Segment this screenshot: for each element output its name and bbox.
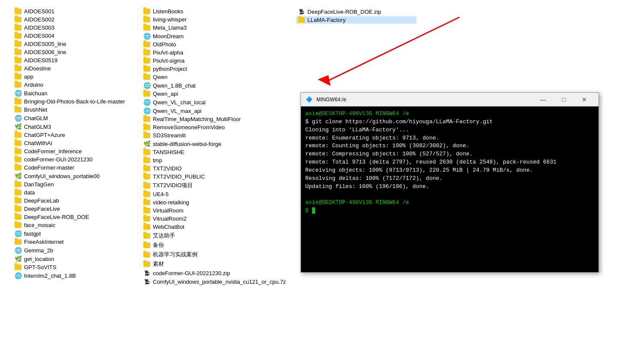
list-item[interactable]: AIDOES0519: [13, 57, 133, 64]
list-item[interactable]: DeepFaceLive-ROB_DOE: [13, 213, 133, 221]
list-item[interactable]: codeFormer-GUI-20221230: [13, 156, 133, 163]
zip-icon: 🗜: [143, 278, 150, 285]
list-item[interactable]: 🌐Baichuan: [13, 89, 133, 97]
list-item[interactable]: SD3Streamlit: [142, 132, 288, 139]
file-name: SD3Streamlit: [153, 132, 186, 139]
list-item[interactable]: GPT-SoVITS: [13, 264, 133, 271]
list-item[interactable]: face_mosaic: [13, 221, 133, 229]
file-name: AiDoesline: [24, 65, 51, 72]
terminal-line: axie@DESKTOP-496V13G MINGW64 /e: [305, 110, 594, 118]
list-item[interactable]: VitrualRoom2: [142, 215, 288, 222]
list-item[interactable]: TXT2VIDIO_PUBLIC: [142, 173, 288, 180]
list-item[interactable]: CodeFormer_Inference: [13, 148, 133, 155]
list-item[interactable]: ChatGPT+Azure: [13, 131, 133, 139]
list-item[interactable]: 🌐InternIm2_chat_1.8B: [13, 272, 133, 279]
list-item[interactable]: 🗜ComfyUI_windows_portable_nvidia_cu121_o…: [142, 278, 288, 285]
file-name: Qwen_VL_chat_local: [153, 99, 206, 106]
list-item[interactable]: PixArt-alpha: [142, 49, 288, 56]
list-item[interactable]: DeepFaceLab: [13, 197, 133, 204]
folder-icon: [143, 252, 150, 258]
terminal-window[interactable]: 🔷 MINGW64:/e — □ ✕ axie@DESKTOP-496V13G …: [301, 92, 599, 273]
list-item[interactable]: 🗜codeFormer-GUI-20221230.zip: [142, 269, 288, 277]
list-item[interactable]: AIDOES006_line: [13, 49, 133, 56]
list-item[interactable]: AiDoesline: [13, 65, 133, 72]
folder-icon: [15, 140, 21, 146]
file-name: ComfyUI_windows_portable_nvidia_cu121_or…: [153, 279, 286, 285]
list-item[interactable]: pythonProject: [142, 65, 288, 73]
terminal-line: remote: Enumerating objects: 9713, done.: [305, 134, 594, 143]
list-item[interactable]: 备份: [142, 241, 288, 249]
file-name: app: [24, 73, 33, 80]
maximize-button[interactable]: □: [554, 93, 574, 106]
file-name: VirtualRoom: [153, 207, 183, 214]
list-item[interactable]: video-retalking: [142, 199, 288, 206]
list-item[interactable]: Arduino: [13, 81, 133, 88]
minimize-button[interactable]: —: [533, 93, 553, 106]
list-item[interactable]: AIDOES001: [13, 8, 133, 15]
list-item[interactable]: WebChatBot: [142, 223, 288, 231]
list-item[interactable]: FreeAskInternet: [13, 238, 133, 246]
list-item[interactable]: data: [13, 189, 133, 196]
close-button[interactable]: ✕: [574, 93, 594, 106]
folder-icon: [15, 41, 21, 47]
list-item[interactable]: Qwen: [142, 73, 288, 81]
list-item[interactable]: AIDOES003: [13, 24, 133, 31]
file-name: OldPhoto: [153, 41, 176, 48]
list-item[interactable]: 🌐Qwen_1.8B_chat: [142, 82, 288, 89]
file-name: 艾达助手: [153, 232, 175, 240]
list-item[interactable]: 素材: [142, 260, 288, 268]
list-item[interactable]: AIDOES002: [13, 16, 133, 23]
list-item[interactable]: OldPhoto: [142, 41, 288, 48]
list-item[interactable]: 🌐Qwen_VL_max_api: [142, 107, 288, 115]
list-item[interactable]: Qwen_api: [142, 90, 288, 97]
file-column-2: ListenBooksliving-whisperMeta_Llama3🌐Moo…: [142, 8, 296, 350]
folder-icon: [15, 17, 21, 22]
list-item[interactable]: DanTagGen: [13, 181, 133, 188]
list-item[interactable]: 🌐ChatGLM: [13, 114, 133, 122]
terminal-body[interactable]: axie@DESKTOP-496V13G MINGW64 /e$ git clo…: [301, 106, 598, 272]
list-item[interactable]: 🌐Qwen_VL_chat_local: [142, 98, 288, 106]
file-name: Bringing-Old-Photos-Back-to-Life-master: [24, 98, 125, 105]
list-item[interactable]: TANSHISHE: [142, 149, 288, 156]
file-name: living-whisper: [153, 16, 187, 23]
folder-icon: [15, 49, 21, 55]
file-name: WebChatBot: [153, 224, 184, 230]
list-item[interactable]: 🌿stable-diffusion-webui-forge: [142, 140, 288, 148]
list-item[interactable]: 🌐Gemma_2b: [13, 246, 133, 254]
list-item[interactable]: BrushNet: [13, 106, 133, 113]
list-item[interactable]: Meta_Llama3: [142, 24, 288, 31]
list-item[interactable]: 🌐MoonDream: [142, 32, 288, 40]
folder-icon: [15, 33, 21, 39]
list-item[interactable]: 机器学习实战案例: [142, 250, 288, 259]
list-item[interactable]: ChatWithAI: [13, 140, 133, 147]
list-item[interactable]: app: [13, 73, 133, 80]
list-item[interactable]: 🌿ChatGLM3: [13, 123, 133, 130]
list-item[interactable]: living-whisper: [142, 16, 288, 23]
list-item[interactable]: CodeFormer-master: [13, 164, 133, 171]
list-item[interactable]: UE4-5: [142, 191, 288, 198]
list-item[interactable]: TXT2VIDIO: [142, 165, 288, 172]
file-name: ChatWithAI: [24, 140, 52, 146]
file-name: TXT2VIDIO_PUBLIC: [153, 173, 205, 180]
list-item[interactable]: LLaMA-Factory: [296, 16, 416, 24]
list-item[interactable]: 艾达助手: [142, 231, 288, 240]
list-item[interactable]: tmp: [142, 157, 288, 164]
list-item[interactable]: AIDOES004: [13, 32, 133, 39]
list-item[interactable]: RealTime_MapMatching_MultiFloor: [142, 115, 288, 123]
folder-icon: [15, 157, 21, 162]
list-item[interactable]: TXT2VIDIO项目: [142, 181, 288, 190]
list-item[interactable]: 🗜DeepFaceLive-ROB_DOE.zip: [296, 8, 416, 15]
list-item[interactable]: PixArt-sigma: [142, 57, 288, 64]
list-item[interactable]: VirtualRoom: [142, 207, 288, 214]
folder-icon: [143, 17, 150, 22]
list-item[interactable]: Bringing-Old-Photos-Back-to-Life-master: [13, 98, 133, 105]
terminal-controls: — □ ✕: [533, 93, 594, 106]
file-name: InternIm2_chat_1.8B: [24, 273, 76, 279]
list-item[interactable]: 🌐fastgpt: [13, 230, 133, 237]
list-item[interactable]: 🌿get_location: [13, 255, 133, 263]
list-item[interactable]: ListenBooks: [142, 8, 288, 15]
list-item[interactable]: AIDOES005_line: [13, 40, 133, 48]
list-item[interactable]: DeepFaceLive: [13, 205, 133, 212]
list-item[interactable]: 🌿ComfyUI_windows_portable00: [13, 172, 133, 180]
list-item[interactable]: RemoveSomeoneFromVideo: [142, 124, 288, 131]
